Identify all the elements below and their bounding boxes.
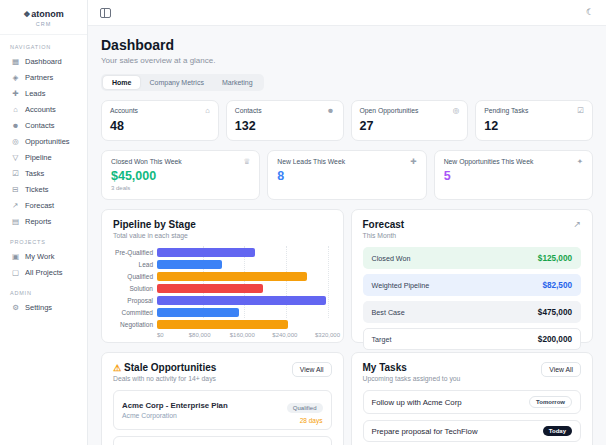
chart-bar-proposal <box>157 296 326 305</box>
sidebar-item-reports[interactable]: ▤Reports <box>8 214 79 229</box>
chart-category-label: Qualified <box>113 273 157 280</box>
chart-row: Lead <box>113 258 332 270</box>
pipeline-chart-xaxis: $0$80,000$160,000$240,000$320,000 <box>157 332 328 341</box>
sidebar-item-opportunities[interactable]: ◎Opportunities <box>8 134 79 149</box>
brand-name: ❖atonom <box>6 9 81 19</box>
sidebar-item-dashboard[interactable]: ▦Dashboard <box>8 54 79 69</box>
forecast-value: $125,000 <box>538 254 572 263</box>
sidebar-item-label: Tasks <box>25 169 44 178</box>
tab-home[interactable]: Home <box>103 76 140 89</box>
chart-category-label: Lead <box>113 261 157 268</box>
tasks-view-all-button[interactable]: View All <box>541 362 581 377</box>
opportunity-name: Acme Corp - Enterprise Plan <box>122 401 228 410</box>
forecast-title: Forecast <box>363 219 405 230</box>
chart-track <box>157 294 332 306</box>
sidebar-item-label: Partners <box>25 73 53 82</box>
opportunity-info: Acme Corp - Enterprise PlanAcme Corporat… <box>122 401 228 419</box>
brand[interactable]: ❖atonom CRM <box>0 0 87 35</box>
tab-company-metrics[interactable]: Company Metrics <box>140 76 212 89</box>
pipeline-by-stage-panel: Pipeline by Stage Total value in each st… <box>101 209 344 343</box>
sidebar-section-label: Projects <box>10 239 79 245</box>
sidebar-item-label: Settings <box>25 303 52 312</box>
stale-subtitle: Deals with no activity for 14+ days <box>113 375 216 382</box>
task-item[interactable]: Follow up with Acme CorpTomorrow <box>363 390 582 414</box>
page-subtitle: Your sales overview at a glance. <box>101 56 593 65</box>
stat-label: Pending Tasks <box>484 107 528 114</box>
chart-row: Committed <box>113 306 332 318</box>
stat-card-open-opportunities: Open Opportunities◎ 27 <box>351 100 469 141</box>
sidebar-item-tickets[interactable]: ⊟Tickets <box>8 182 79 197</box>
my-work-icon: ▣ <box>11 253 20 261</box>
forecast-icon: ↗ <box>11 202 20 210</box>
forecast-row-closed-won: Closed Won$125,000 <box>363 247 582 269</box>
sidebar-section-label: Navigation <box>10 44 79 50</box>
topbar: ☾ <box>88 0 606 26</box>
pipeline-icon: ▽ <box>11 154 20 162</box>
tickets-icon: ⊟ <box>11 186 20 194</box>
sidebar-item-label: Leads <box>25 89 45 98</box>
accounts-icon: ⌂ <box>11 106 20 114</box>
tab-marketing[interactable]: Marketing <box>213 76 262 89</box>
chart-track <box>157 270 332 282</box>
forecast-label: Best Case <box>372 308 405 317</box>
x-tick-label: $320,000 <box>315 332 340 338</box>
users-icon: ☻ <box>327 107 335 115</box>
stale-opportunity-item[interactable]: Acme Corp - Enterprise PlanAcme Corporat… <box>113 390 332 430</box>
brand-subtitle: CRM <box>6 21 81 27</box>
pipeline-chart-title: Pipeline by Stage <box>113 219 196 230</box>
stat-card-accounts: Accounts⌂ 48 <box>101 100 219 141</box>
chart-category-label: Negotiation <box>113 321 157 328</box>
sidebar-section-label: Admin <box>10 290 79 296</box>
stat-value: 12 <box>484 119 584 133</box>
opportunities-icon: ◎ <box>11 138 20 146</box>
stat-value: 48 <box>110 119 210 133</box>
stat-label: Contacts <box>235 107 262 114</box>
task-list: Follow up with Acme CorpTomorrowPrepare … <box>363 390 582 445</box>
content: Dashboard Your sales overview at a glanc… <box>88 26 606 445</box>
sidebar-item-all-projects[interactable]: ▢All Projects <box>8 265 79 280</box>
forecast-value: $200,000 <box>538 335 572 344</box>
chart-row: Solution <box>113 282 332 294</box>
stale-days: 28 days <box>287 417 323 424</box>
sidebar-item-settings[interactable]: ⚙Settings <box>8 300 79 315</box>
sidebar-item-label: Tickets <box>25 185 48 194</box>
sidebar-item-partners[interactable]: ◈Partners <box>8 70 79 85</box>
warning-icon: ⚠ <box>113 363 121 373</box>
chart-track <box>157 282 332 294</box>
task-item[interactable]: Prepare proposal for TechFlowToday <box>363 420 582 442</box>
stat-label: New Opportunities This Week <box>444 158 534 165</box>
forecast-label: Weighted Pipeline <box>372 281 430 290</box>
stat-value: $45,000 <box>111 169 250 183</box>
sidebar-item-label: Pipeline <box>25 153 52 162</box>
leads-icon: ✚ <box>11 90 20 98</box>
stale-opportunity-item[interactable]: TechFlow - Platform LicenseTechFlow Solu… <box>113 436 332 445</box>
my-tasks-panel: My Tasks Upcoming tasks assigned to you … <box>351 352 594 445</box>
stale-view-all-button[interactable]: View All <box>292 362 332 377</box>
sidebar-item-tasks[interactable]: ☑Tasks <box>8 166 79 181</box>
card-new-leads-week: New Leads This Week✚ 8 <box>267 150 426 201</box>
stat-label: Open Opportunities <box>360 107 419 114</box>
stat-value: 132 <box>235 119 335 133</box>
x-tick-label: $80,000 <box>189 332 211 338</box>
theme-toggle-icon[interactable]: ☾ <box>586 8 594 17</box>
pipeline-chart-rows: Pre-QualifiedLeadQualifiedSolutionPropos… <box>113 246 332 330</box>
forecast-value: $82,500 <box>542 281 572 290</box>
reports-icon: ▤ <box>11 218 20 226</box>
forecast-value: $475,000 <box>538 308 572 317</box>
task-title: Prepare proposal for TechFlow <box>372 427 478 436</box>
sidebar-item-my-work[interactable]: ▣My Work <box>8 249 79 264</box>
trophy-icon: ♕ <box>244 158 251 166</box>
sidebar-item-accounts[interactable]: ⌂Accounts <box>8 102 79 117</box>
sidebar: ❖atonom CRM Navigation▦Dashboard◈Partner… <box>0 0 88 445</box>
page-title: Dashboard <box>101 37 593 53</box>
due-badge: Today <box>543 426 572 436</box>
sidebar-item-leads[interactable]: ✚Leads <box>8 86 79 101</box>
stat-value: 27 <box>360 119 460 133</box>
sidebar-section: Navigation▦Dashboard◈Partners✚Leads⌂Acco… <box>0 35 87 229</box>
sidebar-item-pipeline[interactable]: ▽Pipeline <box>8 150 79 165</box>
due-badge: Tomorrow <box>529 396 572 408</box>
sidebar-toggle-icon[interactable] <box>100 8 111 18</box>
chart-bar-negotiation <box>157 320 288 329</box>
sidebar-item-forecast[interactable]: ↗Forecast <box>8 198 79 213</box>
sidebar-item-contacts[interactable]: ☻Contacts <box>8 118 79 133</box>
